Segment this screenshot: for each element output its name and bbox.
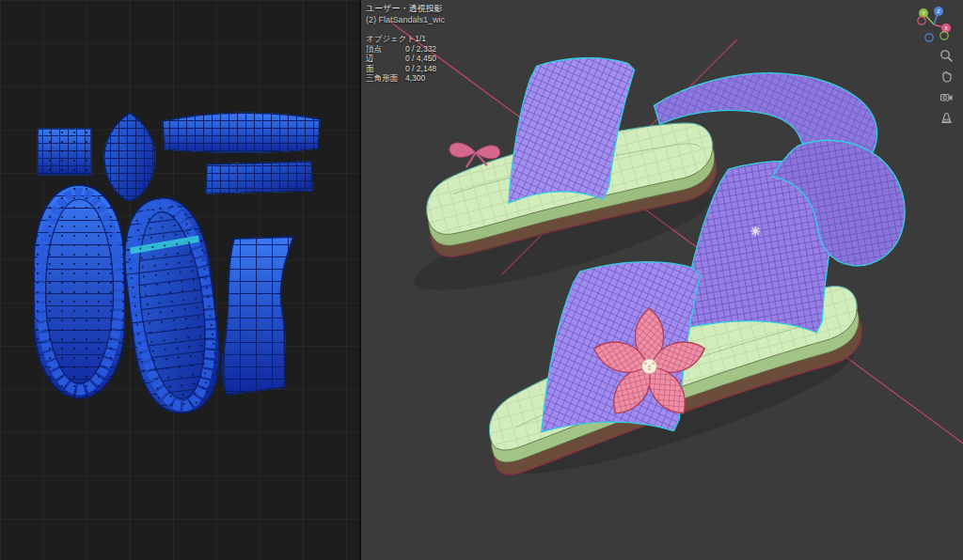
viewport-tools [939,49,954,125]
camera-icon[interactable] [939,90,954,104]
nav-gizmo[interactable]: X Y Z [912,4,955,51]
uv-island-sole-right[interactable] [117,193,227,417]
viewport-3d-panel[interactable]: ユーザー・透視投影 (2) FlatSandals1_wic オブジェクト 1/… [361,0,963,560]
uv-island-strap-band-top[interactable] [163,113,320,152]
uv-island-toe-cap[interactable] [104,113,155,201]
uv-editor-panel[interactable] [0,0,359,560]
gizmo-y-neg-ball[interactable] [940,32,948,39]
blender-window: ユーザー・透視投影 (2) FlatSandals1_wic オブジェクト 1/… [0,0,963,560]
gizmo-y-label: Y [922,10,925,16]
hand-icon[interactable] [939,70,954,84]
uv-island-heel-patch[interactable] [38,129,91,175]
uv-canvas[interactable] [0,0,359,560]
gizmo-x-neg-ball[interactable] [918,17,925,24]
scene-canvas[interactable] [361,0,963,560]
perspective-grid-icon[interactable] [939,111,954,125]
uv-island-side-strip[interactable] [222,237,293,395]
zoom-icon[interactable] [939,49,954,63]
uv-island-strap-band-mid[interactable] [206,162,312,194]
brand-mark [750,226,760,236]
gizmo-x-label: X [944,25,948,31]
gizmo-z-neg-ball[interactable] [925,34,933,41]
uv-island-sole-left[interactable] [34,185,125,398]
